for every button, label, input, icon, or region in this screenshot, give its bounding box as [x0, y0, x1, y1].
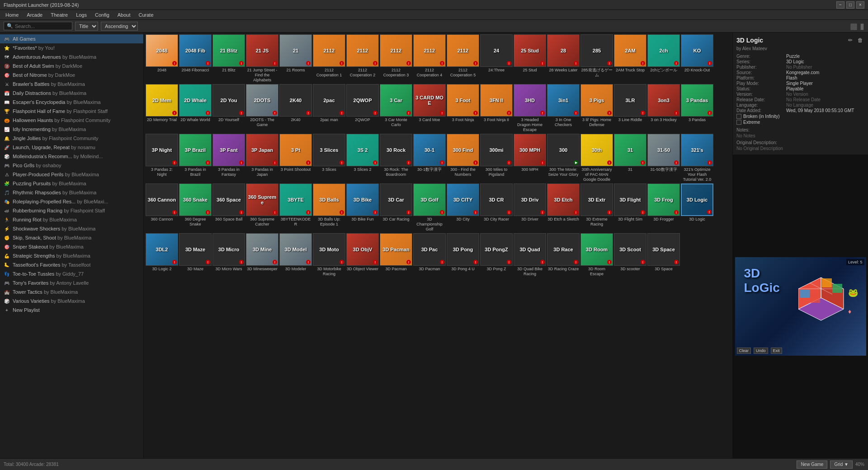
game-tile-3dmotorbike[interactable]: 3D Moto!3D Motorbike Racing: [313, 233, 345, 277]
game-tile-360space[interactable]: 360 Space!360 Space Ball: [212, 183, 245, 232]
game-tile-2112coop1[interactable]: 2112!2112 Cooperation 1: [313, 34, 345, 83]
game-tile-2048fib[interactable]: 2048 Fib!2048 Fibonacci: [179, 34, 212, 83]
game-tile-25stud[interactable]: 25 Stud!25 Stud: [514, 34, 546, 83]
sidebar-item-29[interactable]: 🎲 Various Varieties by BlueMaxima: [0, 296, 143, 306]
game-tile-3cardmoe[interactable]: 3 CARD MOE!3 Card Moe: [413, 84, 446, 133]
game-tile-3dmodeler[interactable]: 3D Model!3D Modeler: [279, 233, 312, 277]
maximize-button[interactable]: □: [846, 1, 854, 9]
sidebar-item-1[interactable]: ⭐ *Favorites* by You!: [0, 43, 143, 52]
game-tile-2dyourself[interactable]: 2D You!2D Yourself: [212, 84, 245, 133]
game-tile-2pacman[interactable]: 2pac!2pac man: [313, 84, 345, 133]
game-tile-3dmaze[interactable]: 3D Maze!3D Maze: [179, 233, 212, 277]
sidebar-item-10[interactable]: 📈 Idly Incrementing by BlueMaxima: [0, 125, 143, 134]
game-tile-30thgoogle[interactable]: 30th!30th Anniversary of PAC-MAN Google …: [580, 134, 613, 183]
game-tile-3dpacman2[interactable]: 3D Pac!3D Pacman: [413, 233, 446, 277]
sidebar-item-2[interactable]: 🗺 Adventurous Avenues by BlueMaxima: [0, 52, 143, 61]
game-tile-3dmine[interactable]: 3D Mine!3D Minesweeper: [246, 233, 278, 277]
sidebar-item-6[interactable]: 📅 Daily Distractions by BlueMaxima: [0, 89, 143, 98]
game-tile-300miles[interactable]: 300mi!300 Miles to Pigsland: [480, 134, 513, 183]
sidebar-item-14[interactable]: 🎮 Pico Gr8s by oshaboy: [0, 161, 143, 170]
sidebar-item-27[interactable]: 🎮 Tony's Favorites by Antony Lavelle: [0, 278, 143, 287]
sidebar-item-5[interactable]: ⚔ Brawler's Battles by BlueMaxima: [0, 80, 143, 89]
game-tile-3dobject[interactable]: 3D ObjV!3D Object Viewer: [346, 233, 379, 277]
game-tile-3dspace[interactable]: 3D Space!3D Space: [647, 233, 680, 277]
game-tile-21rooms[interactable]: 21!21 Rooms: [279, 34, 312, 83]
game-tile-3pandajapan[interactable]: 3P Japan!3 Pandas in Japan: [246, 134, 278, 183]
game-tile-3dracing[interactable]: 3D Race!3D Racing Craze: [547, 233, 580, 277]
broken-checkbox[interactable]: [736, 114, 741, 119]
game-tile-2112coop3[interactable]: 2112!2112 Cooperation 3: [380, 34, 412, 83]
game-tile-3pandas[interactable]: 3 Pandas!3 Pandas: [681, 84, 713, 133]
sidebar-item-26[interactable]: 👣 Toe-to-Toe Tussles by Giddy_77: [0, 269, 143, 278]
delete-game-button[interactable]: 🗑: [856, 36, 864, 44]
sidebar-item-12[interactable]: 🚀 Launch, Upgrade, Repeat by nosamu: [0, 143, 143, 152]
sidebar-item-13[interactable]: 🎲 Molleindustria's Recomm... by Molleind…: [0, 152, 143, 161]
game-tile-360supreme[interactable]: 360 Supreme!360 Supreme Catcher: [246, 183, 278, 232]
game-tile-21jump[interactable]: 21 JS!21 Jump Street - Find the Alphabet…: [246, 34, 278, 83]
game-tile-3dballs[interactable]: 3D Balls!3D Balls Up: Episode 1: [313, 183, 345, 232]
game-tile-30kanji[interactable]: 30-1!30-1数字漢字: [413, 134, 446, 183]
game-tile-2112coop2[interactable]: 2112!2112 Cooperation 2: [346, 34, 379, 83]
sidebar-item-11[interactable]: 🔔 Jingle Jollies by Flashpoint Community: [0, 134, 143, 143]
game-tile-30rock[interactable]: 30 Rock!30 Rock: The Boardroom: [380, 134, 412, 183]
game-tile-2dwhale[interactable]: 2D Whale!2D Whale World: [179, 84, 212, 133]
game-tile-3headeddrag[interactable]: 3HD!3 Headed Dragon Home Escape: [514, 84, 546, 133]
sidebar-item-22[interactable]: ✊ Skip, Smack, Shoot by BlueMaxima: [0, 233, 143, 242]
sidebar-item-4[interactable]: 🎯 Best of Nitrome by DarkMoe: [0, 70, 143, 80]
sidebar-item-25[interactable]: 🦶 Tasselfoot's Favorites by Tasselfoot: [0, 260, 143, 269]
game-tile-285game[interactable]: 285!285発逃げるゲーム: [580, 34, 613, 83]
game-tile-3pandabrazil[interactable]: 3P Brazil!3 Pandas in Brazil: [179, 134, 212, 183]
game-tile-3dscooter[interactable]: 3D Scoot!3D scooter: [614, 233, 646, 277]
game-tile-360snake[interactable]: 360 Snake!360 Degree Snake: [179, 183, 212, 232]
sidebar-item-30[interactable]: + New Playlist: [0, 306, 143, 315]
new-game-button[interactable]: New Game: [797, 461, 827, 469]
game-tile-3pandafantasy[interactable]: 3P Fant!3 Pandas in Fantasy: [212, 134, 245, 183]
game-tile-3droom[interactable]: 3D Room!3D Room Escape: [580, 233, 613, 277]
game-tile-3dchamp[interactable]: 3D Golf!3D Championship Golf: [413, 183, 446, 232]
sidebar-item-23[interactable]: 🎯 Sniper Stakeout by BlueMaxima: [0, 242, 143, 251]
game-tile-3carMC[interactable]: 3 Car!3 Car Monte Carlo: [380, 84, 412, 133]
game-tile-31[interactable]: 31!31: [614, 134, 646, 183]
menu-item-logs[interactable]: Logs: [72, 11, 90, 19]
game-tile-2qwop[interactable]: 2QWOP!2QWOP: [346, 84, 379, 133]
game-tile-3lilpigs[interactable]: 3 Pigs!3 lil' Pigs: Home Defense: [580, 84, 613, 133]
game-tile-3footninja[interactable]: 3 Foot!3 Foot Ninja: [447, 84, 479, 133]
game-tile-300find[interactable]: 300 Find!300 - Find the Numbers: [447, 134, 479, 183]
sidebar-item-7[interactable]: 📖 Escaper's Encyclopedia by BlueMaxima: [0, 98, 143, 107]
game-tile-3dlogic2[interactable]: 3DL2!3D Logic 2: [146, 233, 178, 277]
game-tile-360cannon[interactable]: 360 Cannon!360 Cannon: [146, 183, 178, 232]
game-tile-3dmicro[interactable]: 3D Micro!3D Micro Wars: [212, 233, 245, 277]
game-tile-2dmemory[interactable]: 2D Mem!2D Memory Trial: [146, 84, 178, 133]
game-tile-2112coop5[interactable]: 2112!2112 Cooperation 5: [447, 34, 479, 83]
sidebar-item-0[interactable]: 🎮 All Games: [0, 34, 143, 43]
sidebar-item-17[interactable]: 🎵 Rhythmic Rhapsodies by BlueMaxima: [0, 188, 143, 197]
search-input[interactable]: [15, 24, 69, 29]
clear-button[interactable]: Clear: [737, 348, 751, 354]
game-tile-3inone[interactable]: 3in1!3 In One Checkers: [547, 84, 580, 133]
menu-item-config[interactable]: Config: [91, 11, 113, 19]
menu-item-arcade[interactable]: Arcade: [23, 11, 46, 19]
game-tile-2112coop4[interactable]: 2112!2112 Cooperation 4: [413, 34, 446, 83]
game-tile-24three[interactable]: 24!24:Three: [480, 34, 513, 83]
game-tile-3lineriddle[interactable]: 3LR!3 Line Riddle: [614, 84, 646, 133]
game-tile-3dflight[interactable]: 3D Flight!3D Flight Sim: [614, 183, 646, 232]
sidebar-item-9[interactable]: 🎃 Halloween Haunts by Flashpoint Communi…: [0, 116, 143, 125]
game-tile-3slices2[interactable]: 3S 2!3 Slices 2: [346, 134, 379, 183]
sidebar-item-8[interactable]: 🏆 Flashpoint Hall of Fame by Flashpoint …: [0, 107, 143, 116]
menu-item-home[interactable]: Home: [2, 11, 22, 19]
game-tile-3dcityracer[interactable]: 3D CR!3D City Racer: [480, 183, 513, 232]
sidebar-item-28[interactable]: 🏰 Tower Tactics by BlueMaxima: [0, 287, 143, 296]
extreme-checkbox[interactable]: [736, 120, 741, 125]
game-tile-2dknockout[interactable]: KO!2D Knock-Out: [681, 34, 713, 83]
sidebar-item-24[interactable]: 💪 Strategic Strengths by BlueMaxima: [0, 251, 143, 260]
grid-button[interactable]: Grid ▼: [830, 461, 853, 469]
sort-order-select[interactable]: Ascending: [101, 22, 138, 31]
sidebar-item-3[interactable]: 🔞 Best of Adult Swim by DarkMoe: [0, 61, 143, 70]
game-tile-2k40[interactable]: 2K40!2K40: [279, 84, 312, 133]
game-tile-3slices[interactable]: 3 Slices!3 Slices: [313, 134, 345, 183]
game-tile-3pandasnight[interactable]: 3P Night!3 Pandas 2: Night: [146, 134, 178, 183]
game-tile-3dcar[interactable]: 3D Car!3D Car Racing: [380, 183, 412, 232]
game-tile-321optimize[interactable]: 321's!321's Optimize Your Flash Tutorial…: [681, 134, 713, 183]
edit-game-button[interactable]: ✏: [846, 36, 854, 44]
sidebar-item-18[interactable]: 🎭 Roleplaying-Propelled Res... by BlueMa…: [0, 197, 143, 206]
